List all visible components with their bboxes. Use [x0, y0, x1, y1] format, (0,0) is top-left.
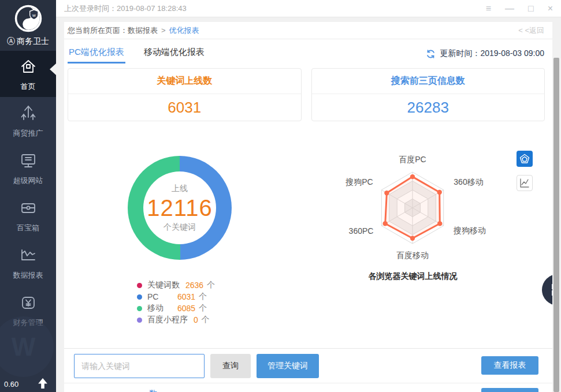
donut-center: 上线 12116 个关键词 [143, 171, 216, 244]
chart-type-toggles [517, 151, 533, 191]
home-icon [18, 57, 38, 76]
radar-axis-sogou-mobile: 搜狗移动 [454, 226, 486, 236]
sidebar-item-label: 超级网站 [13, 176, 43, 186]
main-panel: 您当前所在页面： 数据报表 > 优化报表 < <返回 PC端优化报表 移动端优化… [64, 22, 552, 392]
titlebar: 上次登录时间：2019-08-07 18:28:43 ≡ — □ × [56, 0, 561, 17]
breadcrumb-separator: > [161, 26, 166, 35]
donut-center-value: 12116 [147, 195, 212, 221]
finance-yuan-icon [18, 293, 38, 312]
radar-axis-360-pc: 360PC [349, 226, 374, 236]
footer-divider [64, 383, 552, 383]
breadcrumb-current[interactable]: 优化报表 [169, 25, 199, 36]
donut-center-label: 上线 [172, 184, 188, 194]
view-report-button[interactable]: 查看报表 [481, 356, 538, 375]
legend-unit: 个 [202, 315, 210, 325]
stat-card-title: 搜索前三页信息数 [312, 69, 545, 94]
sidebar-item-label: 首页 [21, 81, 36, 92]
toolbox-icon [18, 198, 38, 218]
legend-item-pc[interactable]: PC 6031 个 [137, 291, 215, 303]
back-link[interactable]: < <返回 [518, 25, 544, 36]
sidebar: w Ⓐ 商务卫士 首页 [0, 0, 56, 392]
legend-label: 移动 [147, 303, 172, 313]
refresh-time-text: 更新时间：2019-08-03 09:00 [440, 48, 544, 59]
legend-dot [137, 294, 142, 300]
legend-unit: 个 [199, 303, 207, 313]
last-login-text: 上次登录时间：2019-08-07 18:28:43 [64, 3, 187, 14]
sidebar-item-reports[interactable]: 数据报表 [0, 239, 56, 286]
app-window: w Ⓐ 商务卫士 首页 [0, 0, 561, 392]
legend-unit: 个 [207, 280, 215, 290]
legend-label: 关键词数 [147, 280, 180, 290]
radar-view-button[interactable] [517, 151, 533, 167]
legend-label: PC [147, 292, 172, 301]
refresh-area: 更新时间：2019-08-03 09:00 [426, 48, 544, 64]
legend-unit: 个 [199, 292, 207, 302]
scrollbar-thumb[interactable] [553, 58, 559, 392]
tab-mobile-report[interactable]: 移动端优化报表 [143, 43, 206, 64]
menu-icon[interactable]: ≡ [486, 4, 491, 13]
tab-pc-report[interactable]: PC端优化报表 [68, 43, 125, 64]
legend-label: 百度小程序 [147, 315, 188, 325]
manage-keywords-button[interactable]: 管理关键词 [257, 354, 319, 378]
view-report-button-partial[interactable]: 查看报表 [481, 388, 538, 392]
window-controls: ≡ — □ × [486, 4, 553, 13]
scrollbar-track[interactable] [552, 17, 561, 392]
tab-bar: PC端优化报表 移动端优化报表 更新时间：2019-08-03 09:00 [68, 43, 544, 64]
refresh-icon[interactable] [426, 49, 436, 59]
legend-value: 6085 [177, 304, 195, 313]
legend-dot [137, 318, 142, 323]
brand-badge-icon: Ⓐ [7, 36, 15, 47]
stat-card-value: 6031 [68, 94, 301, 121]
radar-grid-svg [346, 152, 479, 263]
active-item-notch [50, 64, 56, 75]
sidebar-item-label: 百宝箱 [17, 223, 39, 233]
legend-item-mobile[interactable]: 移动 6085 个 [137, 303, 215, 314]
breadcrumb-prefix: 您当前所在页面： [68, 25, 128, 36]
version-label: 0.60 [4, 380, 18, 389]
promote-arrows-icon [18, 103, 38, 123]
brand-logo-icon: w [14, 4, 43, 33]
line-chart-view-button[interactable] [517, 175, 533, 191]
breadcrumb: 您当前所在页面： 数据报表 > 优化报表 < <返回 [64, 22, 552, 39]
maximize-icon[interactable]: □ [528, 4, 534, 13]
stat-card-keywords-online: 关键词上线数 6031 [68, 68, 302, 121]
next-section-partial-text: 数 [149, 389, 157, 392]
sidebar-brand: w Ⓐ 商务卫士 [0, 0, 56, 51]
radar-axis-baidu-mobile: 百度移动 [396, 251, 429, 261]
radar-axis-sogou-pc: 搜狗PC [345, 177, 373, 188]
monitor-icon [18, 151, 38, 170]
donut-center-sub: 个关键词 [164, 222, 196, 233]
radar-chart-title: 各浏览器关键词上线情况 [362, 271, 463, 282]
legend-value: 6031 [177, 292, 195, 301]
legend-item-baidu-miniprogram[interactable]: 百度小程序 0 个 [137, 314, 215, 326]
chart-legend: 关键词数 2636 个 PC 6031 个 移动 6085 个 百度小程序 0 … [137, 279, 215, 326]
sidebar-item-toolbox[interactable]: 百宝箱 [0, 192, 56, 239]
minimize-icon[interactable]: — [505, 4, 514, 13]
query-button[interactable]: 查询 [210, 354, 251, 378]
sidebar-item-home[interactable]: 首页 [0, 51, 56, 97]
stat-card-top3-info: 搜索前三页信息数 26283 [311, 68, 545, 121]
legend-item-keywords[interactable]: 关键词数 2636 个 [137, 279, 215, 291]
radar-chart: 百度PC 360移动 搜狗移动 百度移动 360PC 搜狗PC [346, 152, 479, 263]
sidebar-item-website[interactable]: 超级网站 [0, 144, 56, 192]
legend-dot [137, 283, 142, 288]
sidebar-item-promotion[interactable]: 商贸推广 [0, 97, 56, 144]
report-chart-icon [18, 245, 38, 265]
stat-card-value: 26283 [312, 94, 545, 121]
brand-name: 商务卫士 [17, 36, 49, 47]
sidebar-item-label: 商贸推广 [13, 128, 43, 139]
close-icon[interactable]: × [548, 4, 553, 13]
keyword-footer: 查询 管理关键词 查看报表 查看报表 数 [64, 348, 552, 392]
radar-axis-360-mobile: 360移动 [454, 177, 483, 188]
radar-axis-baidu-pc: 百度PC [399, 155, 426, 165]
brand-logo-letter: w [31, 13, 35, 18]
legend-value: 0 [194, 315, 198, 324]
donut-chart: 上线 12116 个关键词 [128, 156, 232, 260]
breadcrumb-section: 数据报表 [128, 25, 158, 36]
keyword-search-input[interactable] [74, 354, 205, 378]
scroll-to-top-button[interactable] [38, 378, 48, 389]
sidebar-item-label: 数据报表 [13, 270, 43, 281]
legend-dot [137, 306, 142, 311]
stat-cards: 关键词上线数 6031 搜索前三页信息数 26283 [68, 68, 545, 121]
legend-value: 2636 [185, 281, 203, 290]
